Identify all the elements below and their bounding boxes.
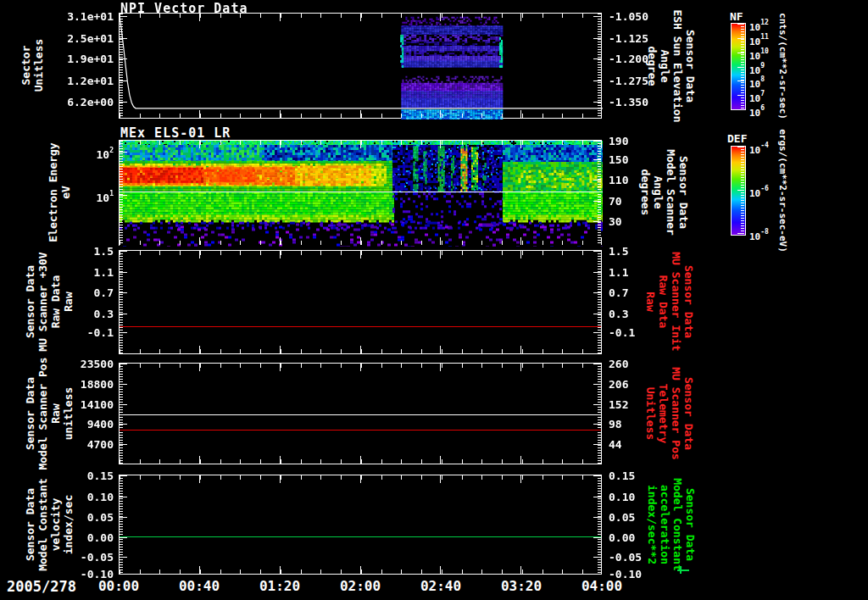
y-axis-major-tick	[593, 159, 601, 160]
y-axis-major-tick	[593, 404, 601, 405]
y-axis-major-tick	[120, 444, 127, 445]
y-tick-label-left: 1.1	[49, 267, 114, 278]
x-axis-major-tick	[119, 364, 120, 371]
y-axis-major-tick	[120, 102, 127, 103]
x-axis-major-tick	[520, 14, 521, 21]
y-axis-major-tick	[120, 497, 127, 497]
x-axis-major-tick	[119, 141, 120, 148]
y-axis-major-tick	[593, 537, 601, 538]
y-right-label-sun-elevation: Sensor DataESH Sun ElevationAngledegree	[646, 9, 697, 122]
x-axis-major-tick	[601, 141, 602, 148]
x-axis-major-tick	[440, 251, 441, 258]
x-axis-major-tick	[520, 456, 521, 464]
y-axis-major-tick	[120, 272, 127, 273]
y-tick-label-right: 1.1	[609, 267, 628, 278]
x-axis-major-tick	[440, 475, 441, 483]
x-axis-major-tick	[280, 237, 281, 245]
y-axis-major-tick	[593, 384, 601, 385]
time-tick-label: 02:00	[331, 578, 390, 594]
y-tick-label-right: 190	[609, 136, 628, 147]
y-axis-major-tick	[593, 58, 601, 59]
x-axis-major-tick	[360, 456, 361, 464]
x-axis-major-tick	[199, 475, 200, 483]
x-axis-major-tick	[601, 364, 602, 371]
y-right-label-scanner-angle: Sensor DataModel ScannerAngledegrees	[639, 149, 690, 236]
colorbar-major-tick	[737, 109, 744, 110]
y-axis-major-tick	[593, 102, 601, 103]
y-axis-major-tick	[593, 180, 601, 181]
y-axis-major-tick	[593, 314, 601, 314]
x-axis-major-tick	[199, 251, 200, 258]
colorbar-major-tick	[737, 233, 744, 234]
time-tick-label: 00:40	[170, 578, 229, 594]
x-axis-major-tick	[199, 110, 200, 118]
x-axis-major-tick	[601, 14, 602, 21]
x-axis-major-tick	[601, 566, 602, 574]
x-axis-major-tick	[520, 475, 521, 483]
x-axis-major-tick	[199, 364, 200, 371]
time-tick-label: 03:20	[492, 578, 551, 594]
els-spectrogram-canvas	[120, 141, 603, 247]
x-axis-major-tick	[119, 566, 120, 574]
colorbar-tick-label: 108	[749, 76, 765, 89]
x-axis-major-tick	[119, 14, 120, 21]
panel-title-els: MEx ELS-01 LR	[120, 125, 231, 141]
y-axis-major-tick	[593, 364, 601, 364]
panel-mu-scanner-raw	[119, 250, 602, 354]
colorbar-major-tick	[737, 81, 744, 81]
y-axis-major-tick	[120, 517, 127, 518]
x-axis-major-tick	[520, 237, 521, 245]
x-axis-major-tick	[280, 14, 281, 21]
y-tick-label-left: -0.1	[49, 327, 114, 338]
y-tick-label-right: 152	[609, 399, 628, 410]
y-axis-major-tick	[593, 424, 601, 425]
x-axis-major-tick	[199, 14, 200, 21]
y-tick-label-right: 0.7	[609, 287, 628, 298]
y-tick-label-left: 4700	[49, 439, 114, 450]
x-axis-major-tick	[280, 346, 281, 353]
x-axis-major-tick	[360, 237, 361, 245]
y-axis-major-tick	[120, 314, 127, 314]
y-axis-major-tick	[120, 81, 127, 81]
x-axis-major-tick	[360, 364, 361, 371]
y-axis-major-tick	[120, 557, 127, 558]
y-tick-label-left: -0.10	[49, 569, 114, 580]
y-right-label-acceleration: Sensor DataModel Constantaccelerationind…	[646, 478, 697, 571]
y-axis-major-tick	[593, 475, 601, 476]
y-tick-label-right: 98	[609, 419, 622, 430]
y-axis-major-tick	[593, 497, 601, 497]
y-tick-label-right: -1.275	[609, 75, 648, 86]
colorbar-tick-label: 1010	[749, 48, 769, 61]
colorbar-tick-label: 107	[749, 91, 765, 103]
y-tick-label-left: 0.3	[49, 308, 114, 319]
y-tick-label-left: 1.9e+01	[49, 53, 114, 64]
x-axis-major-tick	[601, 456, 602, 464]
x-axis-major-tick	[601, 110, 602, 118]
y-tick-label-left: 1.5	[49, 246, 114, 257]
y-tick-label-right: 0.15	[609, 470, 635, 481]
x-axis-major-tick	[199, 456, 200, 464]
y-tick-label-right: 206	[609, 379, 628, 390]
x-axis-major-tick	[199, 566, 200, 574]
colorbar-tick-label: 10-4	[749, 142, 769, 155]
colorbar-minor-ticks	[741, 147, 744, 235]
x-axis-major-tick	[440, 456, 441, 464]
y-axis-major-tick	[593, 332, 601, 333]
x-axis-major-tick	[440, 237, 441, 245]
x-axis-major-tick	[280, 456, 281, 464]
y-axis-major-tick	[593, 81, 601, 81]
y-axis-major-tick	[120, 195, 127, 196]
y-axis-major-tick	[593, 221, 601, 222]
y-tick-label-left: 23500	[49, 358, 114, 369]
y-axis-minor-ticks	[598, 475, 601, 574]
x-axis-major-tick	[280, 566, 281, 574]
x-axis-major-tick	[440, 566, 441, 574]
y-axis-major-tick	[120, 251, 127, 252]
x-axis-major-tick	[360, 14, 361, 21]
x-axis-major-tick	[119, 251, 120, 258]
x-axis-major-tick	[360, 141, 361, 148]
plot-screen: NPI Vector Data MEx ELS-01 LR SectorUnit…	[0, 0, 868, 600]
colorbar-major-tick	[737, 67, 744, 68]
constant-line-series	[120, 414, 601, 415]
x-axis-major-tick	[360, 346, 361, 353]
